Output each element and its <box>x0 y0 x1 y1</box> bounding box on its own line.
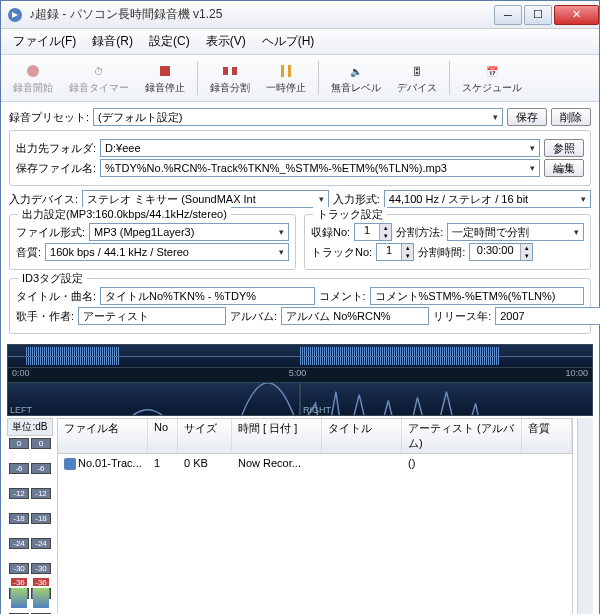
recno-label: 収録No: <box>311 225 350 240</box>
recno-spinner[interactable]: 1▲▼ <box>354 223 392 241</box>
menu-help[interactable]: ヘルプ(H) <box>254 31 323 52</box>
col-title[interactable]: タイトル <box>322 419 402 453</box>
time-ruler: 0:00 5:00 10:00 <box>7 368 593 382</box>
waveform-area: 0:00 5:00 10:00 LEFT RIGHT <box>7 344 593 416</box>
file-format-select[interactable]: MP3 (Mpeg1Layer3) <box>89 223 289 241</box>
id3-year-input[interactable] <box>495 307 600 325</box>
id3-year-label: リリース年: <box>433 309 491 324</box>
id3-artist-input[interactable] <box>78 307 226 325</box>
record-start-button[interactable]: 録音開始 <box>7 59 59 97</box>
menubar: ファイル(F) 録音(R) 設定(C) 表示(V) ヘルプ(H) <box>1 29 599 55</box>
id3-group: ID3タグ設定 タイトル・曲名: コメント: 歌手・作者: アルバム: リリース… <box>9 278 591 334</box>
svg-rect-5 <box>281 65 284 77</box>
filename-pattern-select[interactable]: %TDY%No.%RCN%-Track%TKN%_%STM%-%ETM%(%TL… <box>100 159 540 177</box>
app-icon <box>7 7 23 23</box>
output-settings-group: 出力設定(MP3:160.0kbps/44.1kHz/stereo) ファイル形… <box>9 214 296 270</box>
trackno-label: トラックNo: <box>311 245 372 260</box>
id3-comment-input[interactable] <box>370 287 584 305</box>
id3-album-input[interactable] <box>281 307 429 325</box>
trackno-spinner[interactable]: 1▲▼ <box>376 243 414 261</box>
preset-save-button[interactable]: 保存 <box>507 108 547 126</box>
vertical-scrollbar[interactable] <box>577 418 593 614</box>
right-label: RIGHT <box>303 405 331 415</box>
overview-waveform[interactable] <box>7 344 593 368</box>
pause-button[interactable]: 一時停止 <box>260 59 312 97</box>
col-no[interactable]: No <box>148 419 178 453</box>
col-filename[interactable]: ファイル名 <box>58 419 148 453</box>
list-header: ファイル名 No サイズ 時間 [ 日付 ] タイトル アーティスト (アルバム… <box>58 419 572 454</box>
col-artist[interactable]: アーティスト (アルバム) <box>402 419 522 453</box>
id3-title: ID3タグ設定 <box>18 271 87 286</box>
left-channel-waveform[interactable]: LEFT <box>7 382 300 416</box>
meter-header: 単位:dB <box>7 418 53 436</box>
filename-pattern-label: 保存ファイル名: <box>16 161 96 176</box>
right-channel-waveform[interactable]: RIGHT <box>300 382 593 416</box>
toolbar: 録音開始 ⏱録音タイマー 録音停止 録音分割 一時停止 🔈無音レベル 🎛デバイス… <box>1 55 599 102</box>
input-format-label: 入力形式: <box>333 192 380 207</box>
preset-delete-button[interactable]: 削除 <box>551 108 591 126</box>
edit-button[interactable]: 編集 <box>544 159 584 177</box>
split-time-spinner[interactable]: 0:30:00▲▼ <box>469 243 533 261</box>
minimize-button[interactable]: ─ <box>494 5 522 25</box>
svg-rect-3 <box>223 67 228 75</box>
split-method-select[interactable]: 一定時間で分割 <box>447 223 584 241</box>
record-split-button[interactable]: 録音分割 <box>204 59 256 97</box>
id3-artist-label: 歌手・作者: <box>16 309 74 324</box>
svg-rect-4 <box>232 67 237 75</box>
record-timer-button[interactable]: ⏱録音タイマー <box>63 59 135 97</box>
level-meters: 単位:dB 0 -6 -12 -18 -24 -30 -36 -46 -36 <box>7 418 53 614</box>
preset-label: 録音プリセット: <box>9 110 89 125</box>
id3-title-input[interactable] <box>100 287 314 305</box>
output-folder-label: 出力先フォルダ: <box>16 141 96 156</box>
id3-title-label: タイトル・曲名: <box>16 289 96 304</box>
window-title: ♪超録 - パソコン長時間録音機 v1.25 <box>29 6 492 23</box>
quality-label: 音質: <box>16 245 41 260</box>
svg-point-1 <box>27 65 39 77</box>
menu-record[interactable]: 録音(R) <box>84 31 141 52</box>
menu-view[interactable]: 表示(V) <box>198 31 254 52</box>
output-group: 出力先フォルダ: D:¥eee 参照 保存ファイル名: %TDY%No.%RCN… <box>9 130 591 186</box>
input-format-select[interactable]: 44,100 Hz / ステレオ / 16 bit <box>384 190 591 208</box>
browse-button[interactable]: 参照 <box>544 139 584 157</box>
file-list: ファイル名 No サイズ 時間 [ 日付 ] タイトル アーティスト (アルバム… <box>57 418 573 614</box>
output-folder-select[interactable]: D:¥eee <box>100 139 540 157</box>
meter-left: 0 -6 -12 -18 -24 -30 -36 -46 -36 <box>9 438 29 614</box>
menu-settings[interactable]: 設定(C) <box>141 31 198 52</box>
id3-album-label: アルバム: <box>230 309 277 324</box>
preset-select[interactable]: (デフォルト設定) <box>93 108 503 126</box>
silence-level-button[interactable]: 🔈無音レベル <box>325 59 387 97</box>
svg-rect-2 <box>160 66 170 76</box>
meter-right: 0 -6 -12 -18 -24 -30 -36 -46 -36 <box>31 438 51 614</box>
file-format-label: ファイル形式: <box>16 225 85 240</box>
id3-comment-label: コメント: <box>319 289 366 304</box>
input-device-select[interactable]: ステレオ ミキサー (SoundMAX Int <box>82 190 329 208</box>
record-stop-button[interactable]: 録音停止 <box>139 59 191 97</box>
col-size[interactable]: サイズ <box>178 419 232 453</box>
split-method-label: 分割方法: <box>396 225 443 240</box>
list-row[interactable]: No.01-Trac... 1 0 KB Now Recor... () <box>58 454 572 473</box>
device-button[interactable]: 🎛デバイス <box>391 59 443 97</box>
quality-select[interactable]: 160k bps / 44.1 kHz / Stereo <box>45 243 289 261</box>
track-settings-group: トラック設定 収録No: 1▲▼ 分割方法: 一定時間で分割 トラックNo: 1… <box>304 214 591 270</box>
output-settings-title: 出力設定(MP3:160.0kbps/44.1kHz/stereo) <box>18 207 231 222</box>
schedule-button[interactable]: 📅スケジュール <box>456 59 528 97</box>
maximize-button[interactable]: ☐ <box>524 5 552 25</box>
close-button[interactable]: ✕ <box>554 5 599 25</box>
svg-rect-6 <box>288 65 291 77</box>
split-time-label: 分割時間: <box>418 245 465 260</box>
menu-file[interactable]: ファイル(F) <box>5 31 84 52</box>
col-date[interactable]: 時間 [ 日付 ] <box>232 419 322 453</box>
titlebar: ♪超録 - パソコン長時間録音機 v1.25 ─ ☐ ✕ <box>1 1 599 29</box>
file-icon <box>64 458 76 470</box>
input-device-label: 入力デバイス: <box>9 192 78 207</box>
col-quality[interactable]: 音質 <box>522 419 572 453</box>
track-settings-title: トラック設定 <box>313 207 387 222</box>
left-label: LEFT <box>10 405 32 415</box>
